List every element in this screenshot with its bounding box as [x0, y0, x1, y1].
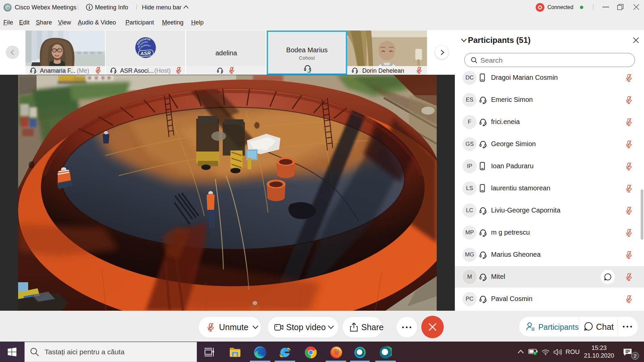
svg-text:ASR: ASR: [140, 50, 151, 56]
